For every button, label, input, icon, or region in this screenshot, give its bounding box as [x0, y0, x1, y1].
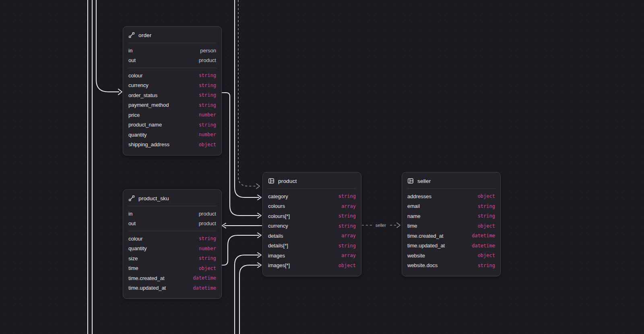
- field-name: images: [268, 253, 285, 259]
- field-name: name: [407, 213, 421, 219]
- field-row: order_statusstring: [123, 90, 221, 100]
- edge-bottom-to-product-images: [235, 255, 259, 334]
- table-card-seller[interactable]: seller addressesobjectemailstringnamestr…: [402, 172, 501, 276]
- fields-section: colourstringquantitynumbersizestringtime…: [123, 231, 221, 295]
- field-row: addressesobject: [402, 191, 500, 201]
- field-row: namestring: [402, 211, 500, 221]
- field-name: email: [407, 203, 420, 209]
- table-card-product_sku[interactable]: product_sku inproductoutproduct colourst…: [123, 189, 222, 299]
- field-name: time.updated_at: [128, 285, 166, 291]
- field-row: quantitynumber: [123, 130, 221, 140]
- field-type: string: [339, 193, 356, 199]
- field-name: details: [268, 233, 283, 239]
- arrowhead-seller: [397, 223, 400, 228]
- field-row: time.updated_atdatetime: [123, 283, 221, 293]
- relation-icon: [128, 195, 135, 201]
- table-card-header: product: [263, 172, 361, 189]
- field-row: product_namestring: [123, 120, 221, 130]
- field-name: time.created_at: [407, 233, 444, 239]
- field-type: string: [339, 223, 356, 229]
- field-type: string: [199, 83, 216, 88]
- field-type: string: [339, 213, 356, 219]
- field-row: sizestring: [123, 253, 221, 263]
- table-title: product: [278, 178, 297, 184]
- field-row: currencystring: [123, 81, 221, 91]
- table-title: order: [138, 32, 152, 38]
- relation-icon: [128, 32, 135, 38]
- field-name: time.updated_at: [407, 243, 445, 249]
- field-name: product_name: [128, 122, 162, 128]
- field-name: website: [407, 253, 425, 259]
- field-row: shipping_addressobject: [123, 140, 221, 150]
- field-name: price: [128, 112, 140, 118]
- edge-bottom-to-product-images-star: [239, 265, 259, 334]
- link-target: person: [200, 48, 216, 54]
- field-row: imagesarray: [263, 251, 361, 261]
- field-row: detailsarray: [263, 231, 361, 241]
- table-card-header: product_sku: [123, 190, 221, 206]
- field-row: websiteobject: [402, 251, 500, 261]
- edges-layer: [0, 0, 644, 334]
- field-type: array: [341, 253, 356, 258]
- table-card-product[interactable]: product categorystringcoloursarraycolour…: [262, 172, 361, 276]
- field-name: category: [268, 193, 288, 199]
- field-name: colours: [268, 203, 285, 209]
- field-name: quantity: [128, 132, 147, 138]
- field-name: order_status: [128, 92, 157, 98]
- field-name: size: [128, 255, 138, 261]
- link-row: outproduct: [123, 219, 221, 229]
- field-type: string: [199, 73, 216, 78]
- table-card-order[interactable]: order inpersonoutproduct colourstringcur…: [123, 26, 222, 156]
- field-type: object: [339, 263, 356, 268]
- field-type: array: [341, 203, 356, 209]
- links-section: inpersonoutproduct: [123, 43, 221, 68]
- field-type: object: [478, 193, 495, 199]
- field-name: in: [128, 48, 132, 54]
- link-target: product: [199, 211, 216, 217]
- field-name: out: [128, 220, 136, 226]
- field-name: colours[*]: [268, 213, 290, 219]
- field-row: coloursarray: [263, 201, 361, 212]
- field-type: datetime: [472, 243, 495, 249]
- link-row: inproduct: [123, 209, 221, 219]
- table-icon: [407, 178, 414, 184]
- field-type: string: [199, 236, 216, 241]
- field-type: datetime: [193, 285, 216, 291]
- link-row: outproduct: [123, 56, 221, 66]
- field-row: colourstring: [123, 71, 221, 81]
- table-icon: [268, 178, 275, 184]
- field-name: images[*]: [268, 262, 290, 268]
- field-name: payment_method: [128, 102, 169, 108]
- field-row: time.created_atdatetime: [123, 273, 221, 283]
- arrowhead-dashed-product: [256, 184, 260, 189]
- link-target: product: [199, 220, 216, 226]
- dashed-edge-top-to-product: [238, 0, 256, 186]
- field-name: website.docs: [407, 262, 438, 268]
- link-row: inperson: [123, 46, 221, 56]
- field-type: object: [478, 253, 495, 258]
- field-type: string: [199, 92, 216, 98]
- field-row: currencystring: [263, 221, 361, 231]
- field-type: string: [339, 243, 356, 249]
- links-section: inproductoutproduct: [123, 206, 221, 231]
- field-row: pricenumber: [123, 110, 221, 120]
- field-type: object: [478, 223, 495, 229]
- field-type: string: [478, 203, 495, 209]
- table-title: seller: [417, 178, 431, 184]
- field-name: colour: [128, 236, 142, 242]
- edge-label-seller: seller: [374, 222, 388, 228]
- field-type: number: [199, 246, 216, 251]
- field-type: number: [199, 132, 216, 137]
- field-type: object: [199, 266, 216, 271]
- field-row: time.created_atdatetime: [402, 231, 500, 241]
- field-row: time.updated_atdatetime: [402, 241, 500, 251]
- field-type: string: [199, 122, 216, 128]
- field-type: string: [199, 255, 216, 261]
- field-row: timeobject: [123, 263, 221, 274]
- field-name: colour: [128, 73, 142, 79]
- field-row: colours[*]string: [263, 211, 361, 221]
- field-name: time: [128, 265, 138, 271]
- schema-canvas[interactable]: { "colors": { "background": "#1b1a20", "…: [0, 0, 644, 334]
- link-target: product: [199, 57, 216, 63]
- edge-product-sku-to-product: [222, 235, 259, 265]
